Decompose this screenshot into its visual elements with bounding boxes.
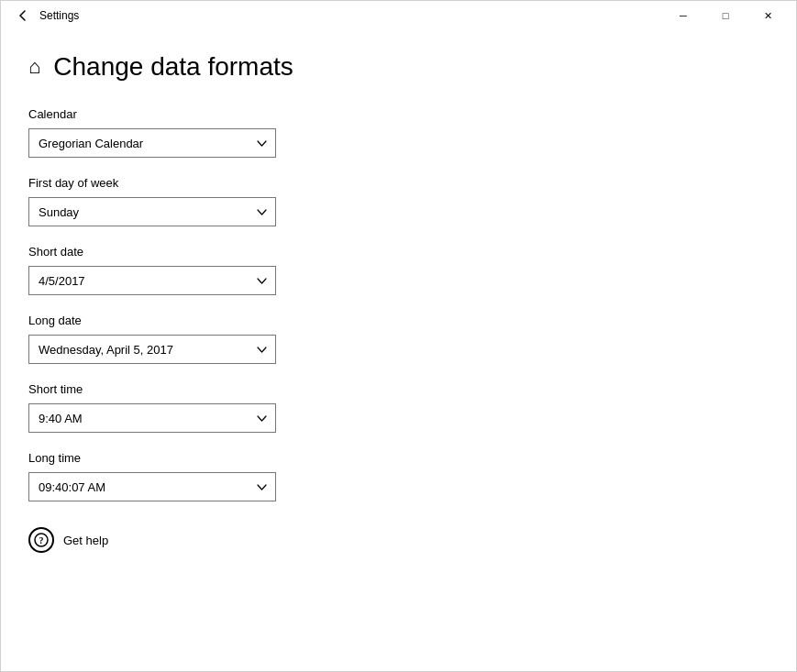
long-date-select-wrapper: Wednesday, April 5, 2017 April 5, 2017 5… (28, 335, 276, 364)
window: Settings ─ □ ✕ ⌂ Change data formats Cal… (0, 0, 797, 672)
long-time-field-group: Long time 09:40:07 AM 9:40:07 AM 09:40:0… (28, 451, 769, 501)
help-section[interactable]: ? Get help (28, 527, 769, 553)
short-time-select-wrapper: 9:40 AM 09:40 AM 9:40 (28, 403, 276, 433)
long-time-select[interactable]: 09:40:07 AM 9:40:07 AM 09:40:07 (28, 472, 276, 501)
short-time-field-group: Short time 9:40 AM 09:40 AM 9:40 (28, 382, 769, 433)
get-help-link[interactable]: Get help (63, 534, 108, 547)
short-date-select-wrapper: 4/5/2017 04/05/2017 2017-04-05 05-Apr-17 (28, 266, 276, 295)
window-controls: ─ □ ✕ (662, 1, 789, 30)
back-button[interactable] (12, 5, 34, 27)
maximize-button[interactable]: □ (704, 1, 747, 30)
long-time-label: Long time (28, 451, 769, 465)
short-time-select[interactable]: 9:40 AM 09:40 AM 9:40 (28, 403, 276, 433)
long-date-field-group: Long date Wednesday, April 5, 2017 April… (28, 314, 769, 364)
home-icon: ⌂ (28, 57, 40, 77)
first-day-label: First day of week (28, 176, 769, 190)
calendar-select[interactable]: Gregorian Calendar Hijri Calendar Um Al … (28, 128, 276, 158)
main-content: ⌂ Change data formats Calendar Gregorian… (1, 30, 796, 671)
titlebar: Settings ─ □ ✕ (1, 1, 796, 30)
short-date-select[interactable]: 4/5/2017 04/05/2017 2017-04-05 05-Apr-17 (28, 266, 276, 295)
first-day-of-week-field-group: First day of week Sunday Monday Tuesday … (28, 176, 769, 226)
page-header: ⌂ Change data formats (28, 45, 769, 82)
calendar-label: Calendar (28, 107, 769, 121)
window-title: Settings (39, 9, 662, 22)
calendar-field-group: Calendar Gregorian Calendar Hijri Calend… (28, 107, 769, 158)
minimize-button[interactable]: ─ (662, 1, 704, 30)
short-date-field-group: Short date 4/5/2017 04/05/2017 2017-04-0… (28, 245, 769, 295)
short-time-label: Short time (28, 382, 769, 396)
calendar-select-wrapper: Gregorian Calendar Hijri Calendar Um Al … (28, 128, 276, 158)
short-date-label: Short date (28, 245, 769, 259)
long-time-select-wrapper: 09:40:07 AM 9:40:07 AM 09:40:07 (28, 472, 276, 501)
page-title: Change data formats (53, 52, 293, 82)
svg-text:?: ? (39, 535, 44, 545)
first-day-select[interactable]: Sunday Monday Tuesday Wednesday Thursday… (28, 197, 276, 226)
help-icon: ? (28, 527, 54, 553)
long-date-label: Long date (28, 314, 769, 327)
long-date-select[interactable]: Wednesday, April 5, 2017 April 5, 2017 5… (28, 335, 276, 364)
close-button[interactable]: ✕ (747, 1, 789, 30)
first-day-select-wrapper: Sunday Monday Tuesday Wednesday Thursday… (28, 197, 276, 226)
